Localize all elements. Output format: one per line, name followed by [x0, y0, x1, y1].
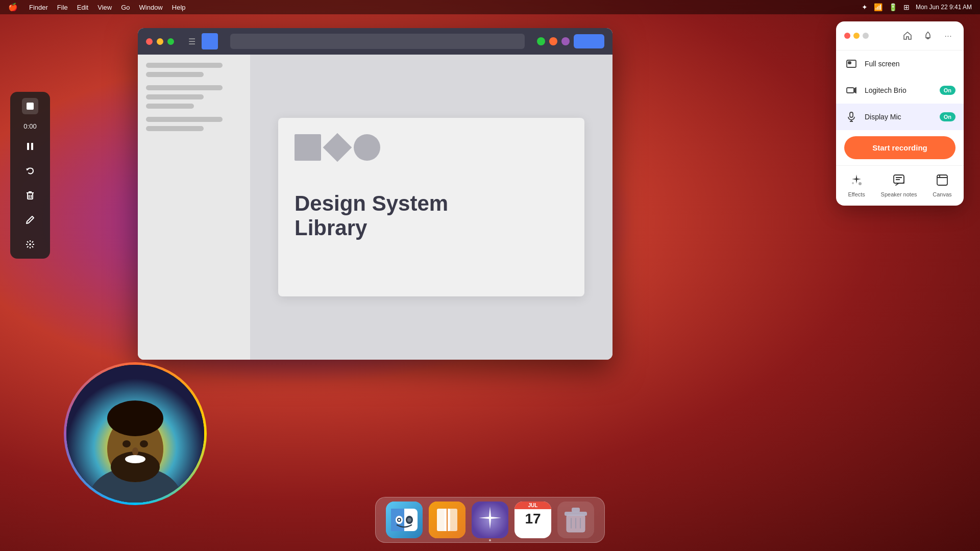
shape-square — [295, 134, 321, 161]
svg-line-12 — [32, 246, 34, 248]
slide-card: Design SystemLibrary — [278, 118, 584, 296]
effects-label: Effects — [848, 191, 865, 197]
dock-app-trash[interactable] — [557, 502, 594, 538]
recording-timer: 0:00 — [23, 122, 36, 130]
menu-help[interactable]: Help — [172, 4, 186, 11]
mic-toggle[interactable]: On — [940, 112, 955, 121]
dock-app-books[interactable] — [429, 502, 465, 538]
start-recording-button[interactable]: Start recording — [844, 136, 955, 159]
svg-rect-43 — [572, 508, 580, 512]
svg-line-13 — [32, 241, 34, 243]
canvas-action[interactable]: Canvas — [933, 172, 951, 197]
fullscreen-label: Full screen — [865, 60, 955, 68]
sidebar-item[interactable] — [146, 117, 223, 122]
canvas-label: Canvas — [933, 191, 951, 197]
view-toggle-icon[interactable] — [202, 33, 218, 49]
sidebar-item[interactable] — [146, 63, 223, 68]
svg-rect-1 — [27, 143, 29, 150]
slide-shapes — [295, 134, 380, 161]
sidebar-item[interactable] — [146, 72, 204, 77]
svg-point-23 — [132, 447, 138, 456]
panel-notification-icon[interactable] — [921, 29, 935, 43]
menu-window[interactable]: Window — [139, 4, 163, 11]
calendar-day: 17 — [514, 509, 551, 529]
panel-footer: Effects Speaker notes Canvas — [836, 165, 964, 206]
menu-edit[interactable]: Edit — [77, 4, 88, 11]
mic-option[interactable]: Display Mic On — [836, 104, 964, 130]
share-button[interactable] — [574, 34, 604, 48]
effects-icon — [848, 172, 865, 188]
sidebar-item[interactable] — [146, 85, 223, 90]
sidebar-item[interactable] — [146, 104, 194, 109]
apple-menu[interactable]: 🍎 — [8, 3, 18, 12]
dock-app-notch[interactable] — [472, 502, 508, 538]
app-window: ☰ — [138, 28, 612, 360]
controlcenter-icon[interactable]: ⊞ — [903, 3, 910, 11]
svg-line-14 — [27, 246, 29, 248]
stop-recording-icon[interactable] — [22, 98, 38, 114]
menu-file[interactable]: File — [57, 4, 68, 11]
panel-minimize-button[interactable] — [853, 33, 860, 39]
menu-finder[interactable]: Finder — [29, 4, 48, 11]
camera-option[interactable]: Logitech Brio On — [836, 77, 964, 104]
app-sidebar — [138, 55, 250, 360]
panel-close-button[interactable] — [844, 33, 850, 39]
fullscreen-button[interactable] — [167, 38, 174, 45]
delete-icon[interactable] — [22, 187, 38, 204]
minimize-button[interactable] — [157, 38, 163, 45]
recording-panel: ··· Full screen Logitech Brio On Display… — [836, 21, 964, 206]
menu-go[interactable]: Go — [121, 4, 130, 11]
sidebar-item[interactable] — [146, 94, 204, 99]
svg-rect-0 — [27, 103, 34, 110]
svg-line-11 — [27, 241, 29, 243]
search-bar[interactable] — [230, 34, 525, 49]
fullscreen-option[interactable]: Full screen — [836, 51, 964, 77]
svg-rect-53 — [850, 112, 853, 117]
calendar-month: JUL — [514, 502, 551, 509]
app-title-bar: ☰ — [138, 28, 612, 55]
effects-action[interactable]: Effects — [848, 172, 865, 197]
svg-point-57 — [852, 182, 854, 184]
dock-app-finder[interactable] — [386, 502, 423, 538]
sidebar-toggle-icon[interactable]: ☰ — [186, 35, 198, 48]
pen-icon[interactable] — [22, 212, 38, 228]
svg-marker-52 — [854, 88, 856, 93]
panel-home-icon[interactable] — [900, 29, 915, 43]
svg-rect-50 — [848, 62, 851, 64]
sparkle-effects-icon[interactable] — [22, 236, 38, 253]
shape-circle — [354, 134, 380, 161]
battery-icon[interactable]: 🔋 — [889, 3, 897, 11]
presence-dot-purple — [561, 37, 570, 45]
svg-point-34 — [407, 518, 411, 522]
svg-point-25 — [125, 455, 145, 463]
fullscreen-icon — [844, 57, 859, 71]
presenter-video — [66, 365, 204, 503]
sparkle-icon[interactable]: ✦ — [862, 3, 868, 11]
speaker-notes-icon — [891, 172, 907, 188]
sidebar-item[interactable] — [146, 126, 204, 131]
menu-view[interactable]: View — [97, 4, 112, 11]
wifi-icon[interactable]: 📶 — [874, 3, 883, 11]
camera-label: Logitech Brio — [865, 86, 934, 94]
svg-point-6 — [29, 243, 31, 245]
svg-rect-37 — [444, 509, 457, 531]
svg-rect-58 — [894, 175, 904, 183]
speaker-notes-action[interactable]: Speaker notes — [881, 172, 917, 197]
camera-toggle[interactable]: On — [940, 86, 955, 95]
mic-icon — [844, 110, 859, 124]
webcam-feed — [64, 362, 207, 505]
dock-indicator — [489, 539, 491, 541]
panel-more-icon[interactable]: ··· — [941, 29, 955, 43]
datetime-display: Mon Jun 22 9:41 AM — [916, 4, 972, 11]
svg-point-20 — [122, 440, 131, 447]
panel-zoom-button[interactable] — [863, 33, 869, 39]
dock-app-calendar[interactable]: JUL 17 — [514, 502, 551, 538]
dock: JUL 17 — [375, 497, 605, 543]
close-button[interactable] — [146, 38, 153, 45]
svg-point-24 — [107, 400, 163, 436]
mic-label: Display Mic — [865, 113, 934, 121]
undo-icon[interactable] — [22, 163, 38, 179]
speaker-notes-label: Speaker notes — [881, 191, 917, 197]
pause-icon[interactable] — [22, 138, 38, 155]
camera-icon — [844, 83, 859, 97]
